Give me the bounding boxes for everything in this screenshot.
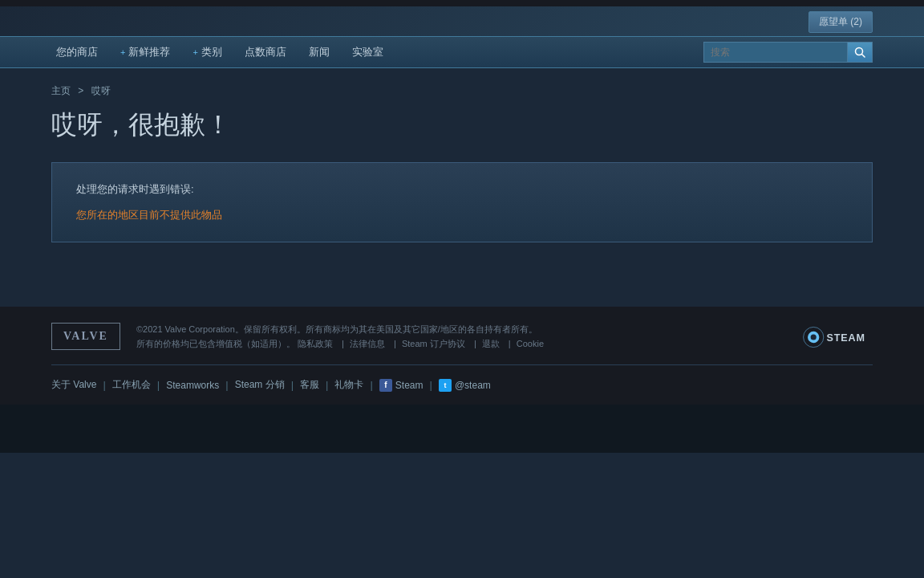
- breadcrumb-home[interactable]: 主页: [51, 85, 71, 96]
- svg-line-1: [862, 55, 865, 58]
- twitter-steam-link[interactable]: t @steam: [439, 379, 491, 392]
- main-content: 主页 > 哎呀 哎呀，很抱歉！ 处理您的请求时遇到错误: 您所在的地区目前不提供…: [45, 68, 879, 275]
- twitter-label: @steam: [455, 380, 491, 391]
- breadcrumb: 主页 > 哎呀: [51, 84, 873, 98]
- about-valve-link[interactable]: 关于 Valve: [51, 378, 96, 392]
- valve-logo: VALVE: [51, 323, 120, 350]
- footer: VALVE ©2021 Valve Corporation。保留所有权利。所有商…: [0, 307, 924, 405]
- steam-logo-icon: STEAM: [800, 323, 873, 352]
- nav-item-news[interactable]: 新闻: [298, 37, 341, 67]
- legal-link[interactable]: 法律信息: [350, 339, 385, 348]
- search-input[interactable]: [703, 42, 848, 63]
- page-title: 哎呀，很抱歉！: [51, 108, 873, 143]
- nav-item-pointshop[interactable]: 点数商店: [233, 37, 298, 67]
- privacy-link[interactable]: 隐私政策: [298, 339, 333, 348]
- very-bottom-bar: [0, 405, 924, 453]
- jobs-link[interactable]: 工作机会: [112, 378, 151, 392]
- nav-item-store[interactable]: 您的商店: [45, 37, 109, 67]
- nav-label-store: 您的商店: [56, 45, 98, 59]
- subscriber-link[interactable]: Steam 订户协议: [402, 339, 465, 348]
- search-button[interactable]: [848, 42, 873, 63]
- nav-label-lab: 实验室: [352, 45, 383, 59]
- error-processing-text: 处理您的请求时遇到错误:: [76, 182, 848, 197]
- header: 愿望单 (2) 您的商店 + 新鲜推荐 + 类别 点数商店 新闻 实验室: [0, 6, 924, 68]
- cookie-link[interactable]: Cookie: [517, 339, 544, 348]
- footer-top: VALVE ©2021 Valve Corporation。保留所有权利。所有商…: [51, 323, 873, 365]
- steam-logo-right: STEAM: [800, 323, 873, 352]
- price-note-text: 所有的价格均已包含增值税（如适用）。 隐私政策 | 法律信息 | Steam 订…: [136, 337, 784, 352]
- nav-label-categories: 类别: [201, 45, 222, 59]
- breadcrumb-separator: >: [78, 85, 83, 96]
- error-box: 处理您的请求时遇到错误: 您所在的地区目前不提供此物品: [51, 162, 873, 242]
- nav-label-new: 新鲜推荐: [128, 45, 170, 59]
- refund-link[interactable]: 退款: [482, 339, 500, 348]
- facebook-icon: f: [379, 379, 392, 392]
- nav-plus-categories: +: [192, 47, 197, 57]
- nav-item-categories[interactable]: + 类别: [181, 37, 233, 67]
- svg-point-4: [811, 334, 817, 340]
- support-link[interactable]: 客服: [300, 378, 319, 392]
- nav-bar: 您的商店 + 新鲜推荐 + 类别 点数商店 新闻 实验室: [0, 36, 924, 68]
- footer-copyright: ©2021 Valve Corporation。保留所有权利。所有商标均为其在美…: [136, 323, 784, 351]
- copyright-text: ©2021 Valve Corporation。保留所有权利。所有商标均为其在美…: [136, 323, 784, 337]
- breadcrumb-current: 哎呀: [91, 85, 111, 96]
- search-icon: [854, 47, 865, 58]
- steamworks-link[interactable]: Steamworks: [166, 380, 219, 391]
- footer-bottom: 关于 Valve | 工作机会 | Steamworks | Steam 分销 …: [51, 365, 873, 405]
- twitter-icon: t: [439, 379, 452, 392]
- nav-label-pointshop: 点数商店: [245, 45, 286, 59]
- wishlist-button[interactable]: 愿望单 (2): [808, 11, 873, 33]
- facebook-steam-link[interactable]: f Steam: [379, 379, 424, 392]
- search-area: [697, 37, 879, 67]
- facebook-label: Steam: [395, 380, 424, 391]
- giftcard-link[interactable]: 礼物卡: [334, 378, 363, 392]
- steam-distribution-link[interactable]: Steam 分销: [235, 378, 285, 392]
- footer-legal-links: 隐私政策 | 法律信息 | Steam 订户协议 | 退款 | Cookie: [298, 339, 547, 348]
- error-message-text: 您所在的地区目前不提供此物品: [76, 208, 848, 222]
- nav-item-lab[interactable]: 实验室: [341, 37, 395, 67]
- nav-item-new[interactable]: + 新鲜推荐: [109, 37, 181, 67]
- nav-plus-new: +: [120, 47, 125, 57]
- nav-label-news: 新闻: [309, 45, 330, 59]
- top-bar: [0, 0, 924, 6]
- svg-text:STEAM: STEAM: [826, 332, 865, 344]
